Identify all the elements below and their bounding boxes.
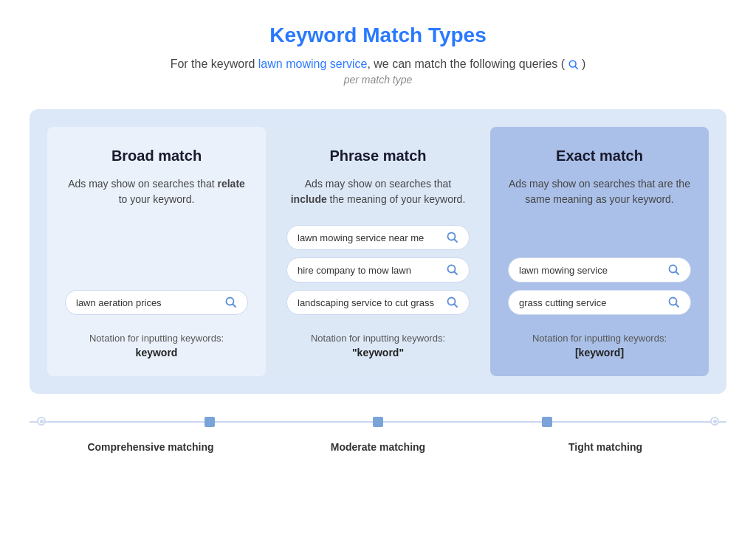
timeline-label-comprehensive: Comprehensive matching	[37, 441, 264, 453]
exact-notation: Notation for inputting keywords: [keywor…	[508, 333, 691, 358]
phrase-search-text-3: landscaping service to cut grass	[298, 297, 441, 308]
exact-match-column: Exact match Ads may show on searches tha…	[490, 127, 709, 376]
svg-line-5	[455, 240, 458, 243]
subtitle-close: )	[582, 58, 585, 70]
timeline-left-end-inner	[40, 420, 44, 423]
exact-search-icon-1	[668, 264, 680, 276]
phrase-notation: Notation for inputting keywords: "keywor…	[286, 333, 470, 358]
exact-search-text-2: grass cutting service	[519, 297, 662, 308]
svg-line-13	[676, 305, 679, 308]
subtitle-post: , we can match the following queries (	[367, 58, 565, 70]
broad-match-desc: Ads may show on searches that relate to …	[65, 176, 248, 272]
timeline-section: Comprehensive matching Moderate matching…	[30, 415, 726, 453]
broad-search-icon-1	[225, 297, 237, 308]
svg-line-11	[676, 272, 679, 275]
timeline-labels: Comprehensive matching Moderate matching…	[30, 441, 726, 453]
page-title: Keyword Match Types	[171, 24, 586, 47]
keyword-link: lawn mowing service	[258, 58, 368, 70]
phrase-search-text-2: hire company to mow lawn	[298, 265, 441, 276]
exact-search-box-2: grass cutting service	[508, 290, 691, 315]
svg-line-1	[575, 66, 577, 69]
phrase-search-icon-1	[447, 232, 458, 243]
timeline-right-end	[710, 417, 719, 426]
exact-notation-value: [keyword]	[508, 347, 691, 358]
timeline-right-end-inner	[713, 420, 717, 423]
phrase-notation-label: Notation for inputting keywords:	[311, 333, 445, 344]
broad-search-box-1: lawn aeration prices	[65, 290, 248, 315]
match-types-container: Broad match Ads may show on searches tha…	[30, 109, 726, 394]
exact-search-icon-2	[668, 297, 680, 308]
timeline-dots	[30, 417, 726, 427]
phrase-search-box-1: lawn mowing service near me	[286, 225, 470, 250]
broad-notation: Notation for inputting keywords: keyword	[65, 333, 248, 358]
broad-match-column: Broad match Ads may show on searches tha…	[47, 127, 266, 376]
exact-search-text-1: lawn mowing service	[519, 265, 662, 276]
page-header: Keyword Match Types For the keyword lawn…	[171, 24, 586, 103]
phrase-search-box-3: landscaping service to cut grass	[286, 290, 470, 315]
svg-line-7	[455, 272, 458, 275]
timeline-dot-broad	[205, 417, 215, 427]
phrase-notation-value: "keyword"	[286, 347, 470, 358]
broad-match-title: Broad match	[65, 148, 248, 164]
timeline-dot-exact	[542, 417, 552, 427]
timeline-label-tight: Tight matching	[492, 441, 719, 453]
exact-notation-label: Notation for inputting keywords:	[532, 333, 667, 344]
broad-search-text-1: lawn aeration prices	[76, 297, 219, 308]
timeline-dot-phrase	[373, 417, 383, 427]
phrase-match-column: Phrase match Ads may show on searches th…	[269, 127, 487, 376]
per-match-label: per match type	[171, 74, 586, 86]
broad-search-boxes: lawn aeration prices	[65, 290, 248, 315]
phrase-search-boxes: lawn mowing service near me hire company…	[286, 225, 470, 315]
phrase-search-icon-3	[447, 297, 458, 308]
subtitle-pre: For the keyword	[171, 58, 258, 70]
phrase-search-text-1: lawn mowing service near me	[298, 232, 441, 243]
phrase-match-title: Phrase match	[286, 148, 470, 164]
broad-notation-value: keyword	[65, 347, 248, 358]
svg-line-9	[455, 305, 458, 308]
timeline-bar	[30, 415, 726, 429]
exact-match-title: Exact match	[508, 148, 691, 164]
svg-line-3	[233, 305, 236, 308]
exact-match-desc: Ads may show on searches that are the sa…	[508, 176, 691, 240]
timeline-label-moderate: Moderate matching	[264, 441, 492, 453]
search-icon-inline	[568, 58, 582, 70]
exact-search-boxes: lawn mowing service grass cutting servic…	[508, 257, 691, 315]
timeline-left-end	[37, 417, 46, 426]
broad-notation-label: Notation for inputting keywords:	[89, 333, 224, 344]
exact-search-box-1: lawn mowing service	[508, 257, 691, 283]
subtitle-text: For the keyword lawn mowing service, we …	[171, 58, 586, 71]
phrase-match-desc: Ads may show on searches that include th…	[286, 176, 470, 207]
phrase-search-icon-2	[447, 264, 458, 276]
phrase-search-box-2: hire company to mow lawn	[286, 257, 470, 283]
